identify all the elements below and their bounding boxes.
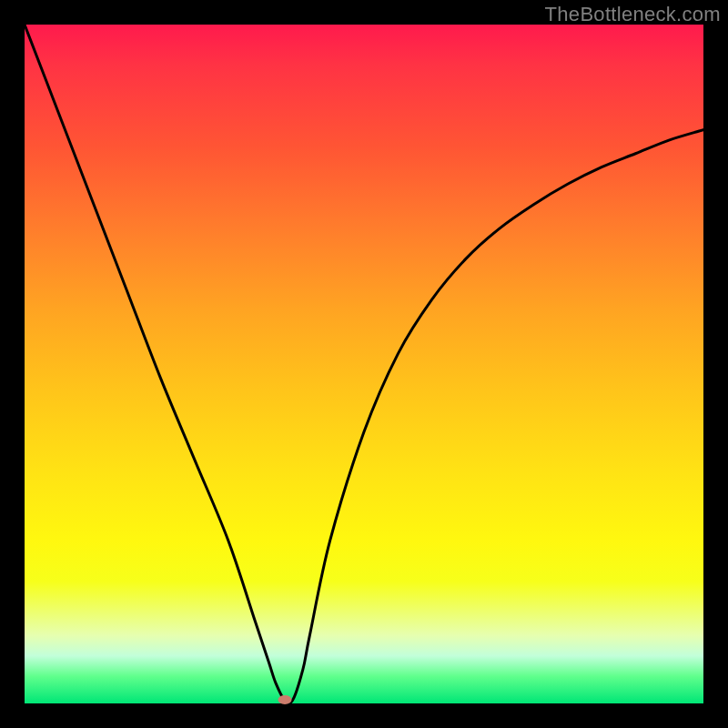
bottleneck-curve <box>25 25 703 703</box>
plot-area <box>25 25 703 703</box>
chart-frame: TheBottleneck.com <box>0 0 728 728</box>
watermark-text: TheBottleneck.com <box>545 3 721 26</box>
minimum-marker <box>278 695 291 704</box>
